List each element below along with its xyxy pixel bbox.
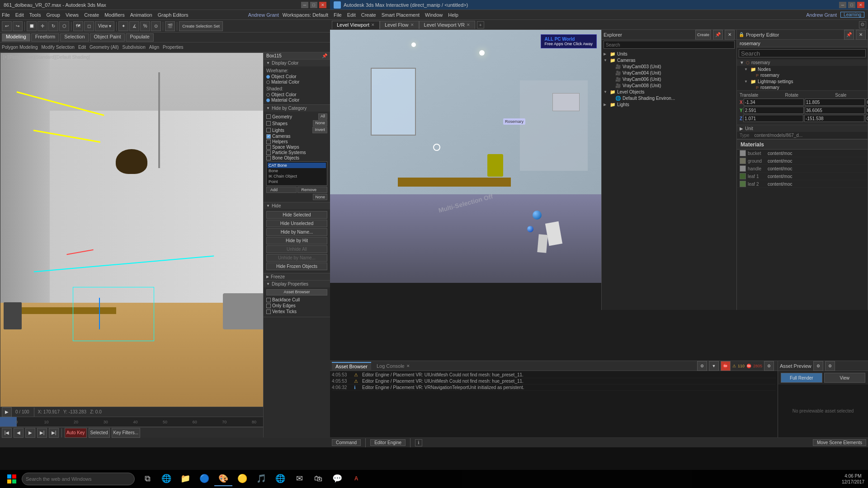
ribbon-subdivision[interactable]: Subdivision	[123, 45, 146, 50]
right-viewport[interactable]: Rosemary Multi-Selection Off ALL PC Worl…	[330, 30, 601, 283]
ribbon-edit[interactable]: Edit	[78, 45, 86, 50]
tab-selection[interactable]: Selection	[60, 33, 89, 42]
rm-create[interactable]: Create	[361, 12, 376, 18]
scale-x-input[interactable]	[866, 99, 868, 106]
explorer-pin-btn[interactable]: 📌	[713, 30, 723, 40]
taskbar-mail[interactable]: ✉	[290, 472, 308, 486]
tb-percent[interactable]: %	[140, 21, 150, 31]
editor-engine-btn[interactable]: Editor Engine	[370, 439, 406, 446]
rm-window[interactable]: Window	[425, 12, 443, 18]
cat-particles-chk[interactable]	[266, 150, 271, 155]
mat-row-bucket[interactable]: bucket content/moc	[737, 150, 868, 157]
only-edges-chk[interactable]	[266, 304, 271, 308]
workspaces-label[interactable]: Workspaces: Default	[283, 12, 328, 18]
explorer-create-btn[interactable]: Create	[695, 30, 711, 40]
taskbar-explorer[interactable]: 📁	[176, 472, 194, 486]
tree-cameras[interactable]: ▼ 📁 Cameras	[602, 57, 736, 63]
tree-default-shading[interactable]: 🌐 Default Shading Environ...	[607, 95, 736, 101]
rm-edit[interactable]: Edit	[347, 12, 356, 18]
prop-lightmap-rosemary[interactable]: P rosemary	[748, 84, 868, 90]
ab-tab-asset-browser[interactable]: Asset Browser	[332, 362, 371, 370]
rm-smart-placement[interactable]: Smart Placement	[382, 12, 420, 18]
menu-edit[interactable]: Edit	[15, 12, 24, 18]
explorer-search-input[interactable]	[604, 41, 735, 49]
mat-row-leaf2[interactable]: leaf 2 content/moc	[737, 180, 868, 188]
wireframe-obj-color[interactable]: Object Color	[266, 74, 327, 79]
tree-cam-008[interactable]: 🎥 VrayCam008 (Unit)	[607, 82, 736, 89]
tab-modeling[interactable]: Modeling	[2, 33, 30, 42]
rtab-lv-close[interactable]: ✕	[371, 23, 375, 27]
tb-select[interactable]: 🔲	[27, 21, 37, 31]
tree-level-objects[interactable]: ▼ 📁 Level Objects	[602, 89, 736, 95]
panel-settings-btn[interactable]: ⚙	[859, 21, 866, 28]
ab-tab-log-console[interactable]: Log Console ✕	[373, 362, 414, 370]
cat-bone-chk[interactable]	[266, 156, 271, 160]
status-info-btn[interactable]: ℹ	[415, 439, 422, 446]
tb-obj[interactable]: ◻	[84, 21, 94, 31]
menu-views[interactable]: Views	[66, 12, 79, 18]
rm-file[interactable]: File	[334, 12, 342, 18]
scale-y-input[interactable]	[866, 107, 868, 114]
taskbar-edge[interactable]: 🌐	[157, 472, 175, 486]
menu-tools[interactable]: Tools	[29, 12, 41, 18]
tl-next-btn[interactable]: ▶|	[37, 428, 47, 438]
selected-indicator[interactable]: Selected	[89, 428, 110, 438]
tb-snap[interactable]: ✦	[118, 21, 128, 31]
backface-cull-chk[interactable]	[266, 298, 271, 302]
vertex-ticks-chk[interactable]	[266, 310, 271, 314]
menu-group[interactable]: Group	[46, 12, 60, 18]
menu-graph-editors[interactable]: Graph Editors	[158, 12, 189, 18]
taskbar-spotify[interactable]: 🎵	[252, 472, 270, 486]
tab-populate[interactable]: Populate	[126, 33, 153, 42]
rm-help[interactable]: Help	[448, 12, 458, 18]
ap-view-action-btn[interactable]: View	[824, 373, 866, 383]
timeline-play-btn[interactable]: ▶	[2, 407, 12, 417]
log-expand-btn[interactable]: ⚙	[764, 361, 774, 371]
freeze-header[interactable]: ▶ Freeze	[264, 273, 330, 280]
taskbar-ie[interactable]: 🌐	[271, 472, 289, 486]
tree-cam-003[interactable]: 🎥 VrayCam003 (Unit)	[607, 63, 736, 70]
menu-create[interactable]: Create	[84, 12, 99, 18]
cat-shapes-chk[interactable]	[266, 121, 271, 126]
cat-helpers-chk[interactable]	[266, 140, 271, 144]
cat-all-btn[interactable]: All	[318, 113, 327, 120]
tree-units[interactable]: ▶ 📁 Units	[602, 51, 736, 57]
rtab-level-viewport[interactable]: Level Viewport ✕	[332, 21, 380, 29]
tb-rotate[interactable]: ↻	[48, 21, 58, 31]
wireframe-mat-color[interactable]: Material Color	[266, 80, 327, 84]
display-color-header[interactable]: ▼ Display Color	[264, 60, 330, 66]
ribbon-properties[interactable]: Properties	[163, 45, 184, 50]
right-learning[interactable]: Learning	[840, 12, 864, 18]
tl-end-btn[interactable]: ▶|	[49, 428, 59, 438]
rotate-y-input[interactable]	[805, 107, 865, 114]
tab-freeform[interactable]: Freeform	[31, 33, 60, 42]
taskbar-slack[interactable]: 💬	[328, 472, 346, 486]
tb-ref[interactable]: 🗺	[73, 21, 83, 31]
tb-spinner[interactable]: ⊙	[151, 21, 161, 31]
tl-play-btn[interactable]: ▶	[25, 428, 35, 438]
add-btn[interactable]: Add	[266, 187, 297, 193]
disp-props-header[interactable]: ▼ Display Properties	[264, 281, 330, 287]
ribbon-modify-selection[interactable]: Modify Selection	[42, 45, 75, 50]
cat-cameras-chk[interactable]: ✓	[266, 134, 271, 139]
ribbon-polygon-modeling[interactable]: Polygon Modeling	[2, 45, 38, 50]
unhide-by-name-btn[interactable]: Unhide by Name...	[266, 254, 327, 262]
menu-modifiers[interactable]: Modifiers	[104, 12, 125, 18]
none-btn[interactable]: None	[313, 194, 327, 200]
key-filters-btn[interactable]: Key Filters...	[112, 428, 141, 438]
tl-start-btn[interactable]: |◀	[2, 428, 12, 438]
cat-none-btn[interactable]: None	[313, 120, 327, 127]
asset-browser-btn[interactable]: Asset Browser	[266, 289, 327, 296]
bone-bone[interactable]: Bone	[268, 168, 326, 174]
log-settings-btn[interactable]: ⚙	[697, 361, 707, 371]
ribbon-align[interactable]: Align	[149, 45, 159, 50]
ap-full-render-action-btn[interactable]: Full Render	[781, 373, 822, 383]
shaded-obj-color[interactable]: Object Color	[266, 92, 327, 97]
add-tab-btn[interactable]: +	[477, 21, 484, 28]
tb-move[interactable]: ✛	[38, 21, 47, 31]
taskbar-chrome[interactable]: 🟡	[233, 472, 251, 486]
hide-by-name-btn[interactable]: Hide by Name...	[266, 228, 327, 236]
bone-point[interactable]: Point	[268, 179, 326, 184]
cat-spacewarps-chk[interactable]	[266, 145, 271, 150]
prop-search-input[interactable]	[739, 49, 866, 57]
